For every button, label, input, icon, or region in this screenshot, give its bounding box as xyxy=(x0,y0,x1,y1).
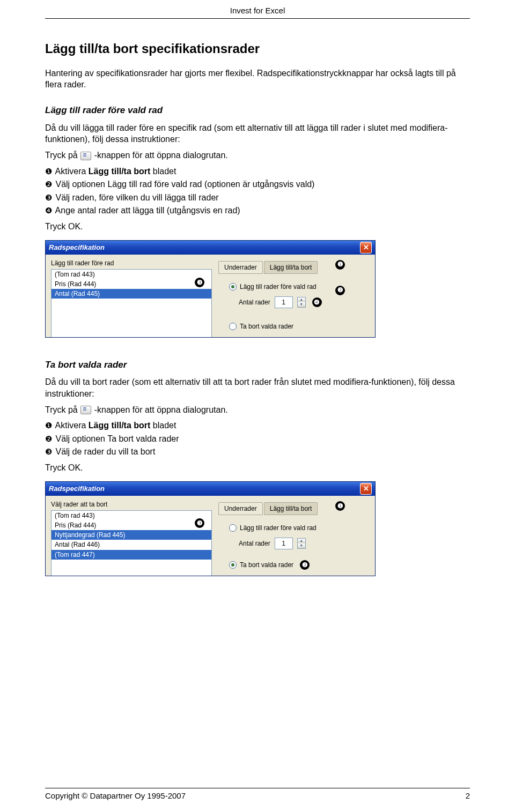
section1-press-line: Tryck på -knappen för att öppna dialogru… xyxy=(45,150,470,161)
step-3: ❸ Välj raden, före vilken du vill lägga … xyxy=(45,192,470,204)
spinner-buttons[interactable]: ▲▼ xyxy=(297,538,306,549)
step-1-bold: Lägg till/ta bort xyxy=(89,421,151,430)
step-3-text: Välj de rader du vill ta bort xyxy=(55,447,155,456)
list-item[interactable]: Antal (Rad 445) xyxy=(52,289,211,299)
intro-paragraph: Hantering av specifikationsrader har gjo… xyxy=(45,68,470,91)
bullet-3: ❸ xyxy=(45,192,52,203)
radio-dot-icon xyxy=(229,323,237,330)
radio-add-label: Lägg till rader före vald rad xyxy=(240,524,317,532)
page-title: Lägg till/ta bort specifikationsrader xyxy=(45,40,470,57)
dialog-title: Radspecifikation xyxy=(49,484,105,494)
callout-4: ❹ xyxy=(312,297,322,307)
list-item[interactable]: (Tom rad 443) xyxy=(52,270,211,279)
callout-3: ❸ xyxy=(195,518,204,528)
dialog-titlebar[interactable]: Radspecifikation ✕ xyxy=(46,241,375,255)
bullet-1: ❶ xyxy=(45,420,52,431)
footer-rule xyxy=(45,788,470,788)
callout-3: ❸ xyxy=(195,278,204,287)
callout-1: ❶ xyxy=(335,260,345,270)
step-4: ❹ Ange antal rader att lägga till (utgån… xyxy=(45,205,470,217)
dialog-radspec-2: Radspecifikation ✕ Välj rader att ta bor… xyxy=(45,481,376,576)
step-1a: Aktivera xyxy=(55,421,89,430)
header-rule xyxy=(45,18,470,19)
bullet-1: ❶ xyxy=(45,166,52,177)
copyright: Copyright © Datapartner Oy 1995-2007 xyxy=(45,791,186,801)
antal-label: Antal rader xyxy=(239,539,270,548)
radio-add-before[interactable]: Lägg till rader före vald rad xyxy=(229,524,370,532)
step-2: ❷ Välj optionen Ta bort valda rader xyxy=(45,433,470,445)
section1-ok: Tryck OK. xyxy=(45,221,470,233)
antal-label: Antal rader xyxy=(239,298,270,307)
step-2-text: Välj optionen Ta bort valda rader xyxy=(55,434,179,443)
step-1: ❶ Aktivera Lägg till/ta bort bladet xyxy=(45,420,470,431)
list-item[interactable]: (Tom rad 443) xyxy=(52,511,211,520)
tab-underrader[interactable]: Underrader xyxy=(218,261,263,274)
section2-press-line: Tryck på -knappen för att öppna dialogru… xyxy=(45,404,470,416)
radio-dot-icon xyxy=(229,561,237,569)
page-footer: Copyright © Datapartner Oy 1995-2007 2 xyxy=(45,788,470,801)
step-3: ❸ Välj de rader du vill ta bort xyxy=(45,446,470,458)
listbox-label: Välj rader att ta bort xyxy=(51,500,212,509)
step-1b: bladet xyxy=(150,421,176,430)
rows-listbox[interactable]: (Tom rad 443) Pris (Rad 444) Nyttjandegr… xyxy=(51,510,212,576)
callout-2: ❷ xyxy=(335,286,345,295)
callout-2: ❷ xyxy=(300,560,310,570)
radio-delete-label: Ta bort valda rader xyxy=(240,322,293,331)
step-2-text: Välj optionen Lägg till rad före vald ra… xyxy=(55,180,314,189)
tab-lagg-till[interactable]: Lägg till/ta bort xyxy=(264,502,318,515)
dialog-titlebar[interactable]: Radspecifikation ✕ xyxy=(46,482,375,496)
tab-lagg-till[interactable]: Lägg till/ta bort xyxy=(264,261,318,274)
section1-heading: Lägg till rader före vald rad xyxy=(45,105,470,117)
list-icon xyxy=(80,152,91,160)
step-4-text: Ange antal rader att lägga till (utgångs… xyxy=(55,206,240,215)
antal-input[interactable]: 1 xyxy=(275,538,293,549)
step-1b: bladet xyxy=(150,167,176,176)
section2-ok: Tryck OK. xyxy=(45,462,470,474)
list-item[interactable]: (Tom rad 447) xyxy=(52,550,211,560)
listbox-label: Lägg till rader före rad xyxy=(51,259,212,267)
close-icon[interactable]: ✕ xyxy=(360,242,372,254)
list-item[interactable]: Nyttjandegrad (Rad 445) xyxy=(52,530,211,540)
callout-1: ❶ xyxy=(335,501,345,511)
press-suffix: -knappen för att öppna dialogrutan. xyxy=(94,405,228,414)
section2-para: Då du vill ta bort rader (som ett altern… xyxy=(45,376,470,399)
list-item[interactable]: Pris (Rad 444) xyxy=(52,279,211,289)
radio-dot-icon xyxy=(229,524,237,532)
spinner-buttons[interactable]: ▲▼ xyxy=(297,297,306,308)
close-icon[interactable]: ✕ xyxy=(360,483,372,495)
step-1-bold: Lägg till/ta bort xyxy=(89,167,151,176)
page-number: 2 xyxy=(466,791,470,801)
bullet-4: ❹ xyxy=(45,205,52,216)
radio-delete[interactable]: Ta bort valda rader ❷ xyxy=(229,560,370,570)
step-2: ❷ Välj optionen Lägg till rad före vald … xyxy=(45,178,470,190)
radio-delete-label: Ta bort valda rader xyxy=(240,561,293,569)
bullet-3: ❸ xyxy=(45,446,52,457)
press-suffix: -knappen för att öppna dialogrutan. xyxy=(94,151,228,160)
tab-underrader[interactable]: Underrader xyxy=(218,502,263,515)
press-prefix: Tryck på xyxy=(45,151,80,160)
doc-header: Invest for Excel xyxy=(45,0,470,18)
radio-dot-icon xyxy=(229,283,237,290)
step-1a: Aktivera xyxy=(55,167,89,176)
press-prefix: Tryck på xyxy=(45,405,80,414)
bullet-2: ❷ xyxy=(45,434,52,444)
list-item[interactable]: Pris (Rad 444) xyxy=(52,520,211,530)
radio-add-before[interactable]: Lägg till rader före vald rad xyxy=(229,282,370,291)
radio-add-label: Lägg till rader före vald rad xyxy=(240,282,317,291)
list-icon xyxy=(80,406,91,414)
radio-delete[interactable]: Ta bort valda rader xyxy=(229,322,370,331)
dialog-radspec-1: Radspecifikation ✕ Lägg till rader före … xyxy=(45,240,376,338)
list-item[interactable]: Antal (Rad 446) xyxy=(52,540,211,549)
dialog-title: Radspecifikation xyxy=(49,243,105,252)
bullet-2: ❷ xyxy=(45,179,52,190)
antal-input[interactable]: 1 xyxy=(275,296,293,308)
section2-heading: Ta bort valda rader xyxy=(45,359,470,371)
step-1: ❶ Aktivera Lägg till/ta bort bladet xyxy=(45,166,470,177)
section1-para: Då du vill lägga till rader före en spec… xyxy=(45,122,470,145)
rows-listbox[interactable]: (Tom rad 443) Pris (Rad 444) Antal (Rad … xyxy=(51,269,212,338)
step-3-text: Välj raden, före vilken du vill lägga ti… xyxy=(55,193,218,202)
